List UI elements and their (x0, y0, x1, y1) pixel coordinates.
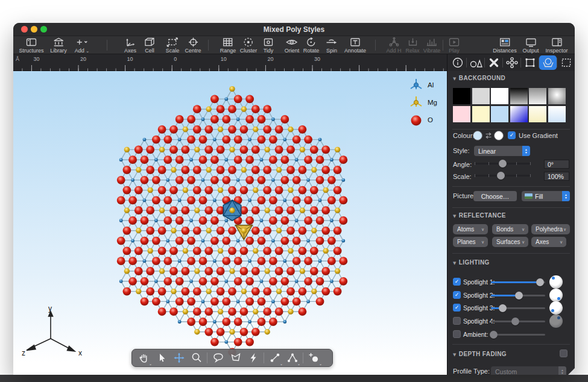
swap-colors-icon[interactable] (484, 132, 493, 139)
distance-tool[interactable]: ⌄ (266, 350, 283, 366)
toolbar-add-button[interactable]: Add ⌄ (75, 37, 89, 54)
light-intensity-slider[interactable] (491, 304, 545, 312)
use-gradient-checkbox[interactable]: ✓ (508, 131, 516, 139)
reflectance-surfaces-popup[interactable]: Surfaces∨ (492, 237, 528, 247)
gradient-color-b-well[interactable] (494, 131, 504, 140)
toolbar-centre-button[interactable]: Centre (185, 37, 201, 54)
reflectance-axes-popup[interactable]: Axes∨ (531, 237, 566, 247)
zoom-tool[interactable] (188, 350, 205, 366)
angle-field[interactable]: 0° (544, 160, 569, 169)
hand-tool[interactable]: ⌄ (135, 350, 153, 366)
background-swatch-7[interactable] (453, 106, 470, 122)
light-intensity-slider[interactable] (491, 278, 545, 286)
toolbar-output-button[interactable]: Output (522, 37, 539, 54)
reflectance-polyhedra-popup[interactable]: Polyhedra∨ (531, 224, 570, 234)
light-direction-widget[interactable] (549, 289, 563, 302)
light-checkbox[interactable]: ✓ (453, 278, 461, 286)
polygon-tool[interactable] (227, 350, 244, 366)
inspector-tab-display[interactable] (539, 55, 557, 70)
lighting-row-1: ✓Spotlight 1: (447, 277, 575, 289)
background-swatch-8[interactable] (472, 106, 490, 122)
angle-slider[interactable] (475, 160, 530, 168)
section-reflectance[interactable]: ▼REFLECTANCE (453, 212, 506, 219)
toolbar-play-button[interactable]: Play (447, 37, 461, 54)
light-intensity-slider[interactable] (491, 292, 545, 299)
background-swatch-12[interactable] (548, 106, 566, 122)
tools-icon (487, 57, 501, 69)
background-swatch-6[interactable] (548, 88, 566, 104)
toolbar-annotate-button[interactable]: Annotate (344, 37, 366, 54)
choose-picture-button[interactable]: Choose… (473, 191, 517, 201)
angle-tool[interactable]: ⌄ (283, 350, 301, 366)
cell-icon (143, 37, 156, 48)
light-intensity-slider[interactable] (491, 318, 545, 325)
section-background[interactable]: ▼BACKGROUND (453, 75, 505, 81)
add-atom-tool-icon (308, 352, 320, 364)
svg-text:30: 30 (314, 56, 320, 62)
toolbar-range-button[interactable]: Range (220, 37, 236, 54)
background-swatch-9[interactable] (491, 106, 508, 122)
light-direction-widget[interactable] (549, 301, 563, 315)
background-swatch-1[interactable] (453, 88, 470, 104)
section-depth-fading[interactable]: ▼DEPTH FADING (453, 351, 507, 357)
light-direction-widget[interactable] (549, 315, 563, 328)
scale-field[interactable]: 100% (544, 172, 569, 181)
toolbar-addh-button[interactable]: Add H (386, 37, 401, 54)
reflectance-bonds-popup[interactable]: Bonds∨ (492, 224, 528, 234)
light-checkbox[interactable] (453, 330, 461, 338)
inspector-tab-selection[interactable] (557, 55, 575, 70)
reflectance-planes-popup[interactable]: Planes∨ (453, 237, 488, 247)
style-popup[interactable]: Linear ▴▾ (474, 146, 530, 156)
inspector-tab-bounds[interactable] (521, 55, 539, 70)
backdrop-band (0, 375, 588, 382)
balloon-tool[interactable] (209, 350, 227, 366)
background-swatch-5[interactable] (529, 88, 546, 104)
toolbar-orient-button[interactable]: Orient (285, 37, 300, 54)
inspector-tab-info[interactable] (449, 55, 466, 70)
light-intensity-slider[interactable] (491, 331, 545, 339)
add-atom-tool[interactable]: ⌄ (305, 350, 323, 366)
light-direction-widget[interactable] (549, 275, 563, 289)
toolbar-library-button[interactable]: Library (50, 37, 67, 54)
gradient-color-a-well[interactable] (473, 131, 482, 140)
background-swatch-10[interactable] (510, 106, 528, 122)
light-checkbox[interactable]: ✓ (453, 304, 461, 312)
toolbar-scale-button[interactable]: Scale (166, 37, 180, 54)
toolbar-rotate-button[interactable]: Rotate (303, 37, 320, 54)
toolbar-axes-button[interactable]: Axes (124, 37, 137, 54)
light-checkbox[interactable] (453, 317, 461, 325)
slider-knob[interactable] (497, 172, 505, 180)
toolbar-relax-button[interactable]: Relax (405, 37, 419, 54)
slider-knob[interactable] (499, 160, 507, 168)
inspector-tab-manipulate[interactable] (503, 55, 520, 70)
toolbar-cluster-button[interactable]: Cluster (240, 37, 258, 54)
window-resize-grip[interactable] (568, 368, 575, 375)
background-swatch-11[interactable] (529, 106, 546, 122)
light-checkbox[interactable]: ✓ (453, 291, 461, 299)
move-tool[interactable] (170, 350, 188, 366)
structures-icon (25, 37, 38, 48)
reflectance-atoms-popup[interactable]: Atoms∨ (453, 224, 488, 234)
bolt-tool[interactable] (244, 350, 262, 366)
toolbar-vibrate-button[interactable]: Vibrate (423, 37, 440, 54)
scale-slider[interactable] (475, 172, 530, 180)
profile-type-popup[interactable]: Custom ▴▾ (491, 366, 566, 375)
depth-fading-checkbox[interactable] (560, 349, 567, 357)
background-swatch-3[interactable] (491, 88, 508, 104)
toolbar-spin-button[interactable]: Spin (325, 37, 338, 54)
toolbar-inspector-button[interactable]: Inspector (545, 37, 567, 54)
inspector-tab-tools[interactable] (485, 55, 502, 70)
picture-fill-popup[interactable]: Fill ▴▾ (522, 191, 570, 201)
background-swatch-2[interactable] (472, 88, 490, 104)
toolbar-cell-button[interactable]: Cell (143, 37, 156, 54)
tidy-icon (262, 37, 275, 48)
title-bar: Mixed Poly Styles (13, 23, 575, 36)
select-tool[interactable] (153, 350, 170, 366)
toolbar-tidy-button[interactable]: Tidy (262, 37, 275, 54)
inspector-tab-shapes[interactable] (467, 55, 484, 70)
toolbar-distances-button[interactable]: Distances (493, 37, 517, 54)
section-lighting[interactable]: ▼LIGHTING (453, 259, 490, 266)
viewport[interactable]: AlMgO y x z ⌄⌄⌄⌄ (13, 71, 447, 375)
toolbar-structures-button[interactable]: Structures (19, 37, 43, 54)
background-swatch-4[interactable] (510, 88, 528, 104)
